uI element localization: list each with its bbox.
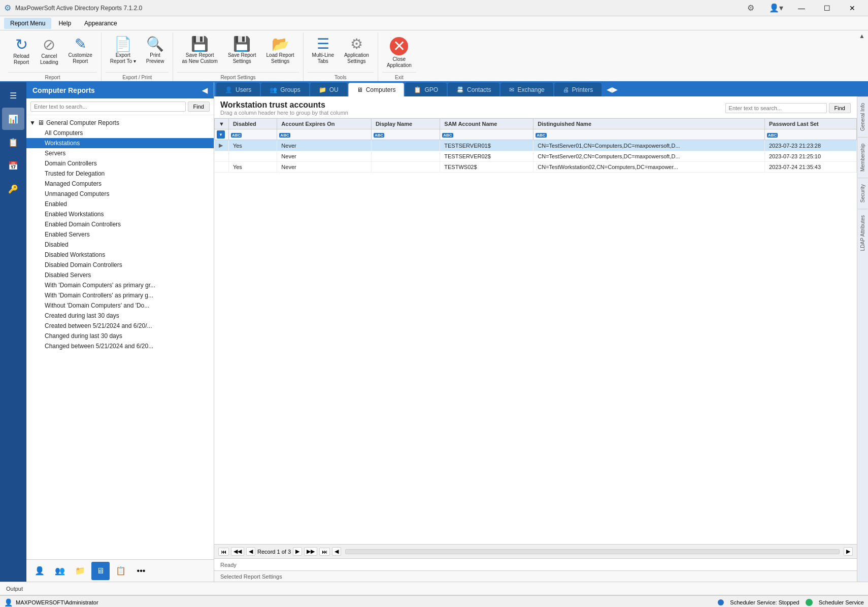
nav-key-btn[interactable]: 🔑 [2, 178, 24, 200]
tree-item-domain-primary-gr[interactable]: With 'Domain Computers' as primary gr... [26, 280, 214, 290]
page-scroll-right-btn[interactable]: ▶ [844, 547, 853, 556]
multiline-tabs-btn[interactable]: ☰ Multi-LineTabs [308, 35, 339, 67]
window-close-btn[interactable]: ✕ [841, 0, 864, 16]
filter-pwd-cell[interactable]: ABC [764, 129, 856, 140]
side-tab-security[interactable]: Security [858, 178, 867, 209]
tree-root-item[interactable]: ▼ 🖥 General Computer Reports [26, 117, 214, 128]
page-next-btn[interactable]: ▶ [293, 547, 302, 556]
tab-exchange[interactable]: ✉ Exchange [500, 83, 553, 96]
tree-item-without-domain[interactable]: Without 'Domain Computers' and 'Do... [26, 300, 214, 311]
nav-groups-btn[interactable]: 👥 [51, 562, 69, 580]
tree-item-disabled-workstations[interactable]: Disabled Workstations [26, 250, 214, 260]
maximize-btn[interactable]: ☐ [815, 0, 839, 16]
report-find-btn[interactable]: Find [829, 103, 851, 113]
tree-item-servers[interactable]: Servers [26, 148, 214, 158]
tab-gpo[interactable]: 📋 GPO [405, 83, 447, 96]
menu-appearance[interactable]: Appearance [78, 18, 123, 29]
page-last-btn[interactable]: ⏭ [319, 548, 330, 556]
nav-hamburger-btn[interactable]: ☰ [2, 84, 24, 107]
nav-computers-btn[interactable]: 🖥 [91, 562, 110, 580]
menu-report[interactable]: Report Menu [4, 18, 51, 29]
row2-expand[interactable] [215, 151, 229, 162]
filter-display-cell[interactable]: ABC [371, 129, 440, 140]
export-report-btn[interactable]: 📄 ExportReport To ▾ [106, 35, 141, 67]
tree-item-enabled-domain-controllers[interactable]: Enabled Domain Controllers [26, 219, 214, 229]
page-nextnext-btn[interactable]: ▶▶ [304, 547, 317, 556]
nav-dashboard-btn[interactable]: 📊 [2, 108, 24, 130]
table-row[interactable]: ▶ Yes Never TESTSERVER01$ CN=TestServer0… [215, 140, 857, 151]
tab-printers[interactable]: 🖨 Printers [554, 83, 602, 96]
tree-item-all-computers[interactable]: All Computers [26, 128, 214, 138]
minimize-btn[interactable]: — [790, 0, 813, 16]
filter-expires-cell[interactable]: ABC [277, 129, 372, 140]
col-distinguished-name[interactable]: Distinguished Name [533, 119, 765, 129]
tab-ou[interactable]: 📁 OU [310, 83, 347, 96]
reload-report-btn[interactable]: ↻ ReloadReport [8, 35, 35, 68]
user-btn[interactable]: 👤▾ [764, 0, 788, 16]
print-preview-btn[interactable]: 🔍 PrintPreview [142, 35, 169, 67]
nav-more-btn[interactable]: ••• [132, 562, 150, 580]
page-first-btn[interactable]: ⏮ [218, 548, 229, 556]
side-tab-membership[interactable]: Membership [858, 137, 867, 178]
tree-item-created-30days[interactable]: Created during last 30 days [26, 311, 214, 321]
nav-users-btn[interactable]: 👤 [30, 562, 49, 580]
side-tab-ldap[interactable]: LDAP Attributes [858, 209, 867, 257]
tree-item-disabled[interactable]: Disabled [26, 240, 214, 250]
page-prev-btn[interactable]: ◀ [246, 547, 255, 556]
ribbon-collapse-btn[interactable]: ▲ [859, 32, 865, 40]
tree-item-enabled-servers[interactable]: Enabled Servers [26, 229, 214, 240]
grid-container[interactable]: ▼ Disabled Account Expires On Display Na… [214, 118, 857, 544]
table-row[interactable]: Yes Never TESTWS02$ CN=TestWorkstation02… [215, 162, 857, 173]
save-new-custom-btn[interactable]: 💾 Save Reportas New Custom [177, 35, 222, 67]
tree-item-unmanaged-computers[interactable]: Unmanaged Computers [26, 189, 214, 199]
tree-item-changed-between[interactable]: Changed between 5/21/2024 and 6/20... [26, 341, 214, 351]
save-settings-btn[interactable]: 💾 Save ReportSettings [223, 35, 261, 67]
tree-item-created-between[interactable]: Created between 5/21/2024 and 6/20/... [26, 321, 214, 331]
col-filter-toggle[interactable]: ▼ [215, 119, 229, 129]
tree-item-disabled-servers[interactable]: Disabled Servers [26, 270, 214, 280]
tab-contacts[interactable]: 📇 Contacts [448, 83, 499, 96]
nav-gpo-btn[interactable]: 📋 [112, 562, 130, 580]
tree-item-dc-primary-gr[interactable]: With 'Domain Controllers' as primary g..… [26, 290, 214, 300]
tree-item-disabled-domain-controllers[interactable]: Disabled Domain Controllers [26, 260, 214, 270]
table-row[interactable]: Never TESTSERVER02$ CN=TestServer02,CN=C… [215, 151, 857, 162]
page-scroll-left-btn[interactable]: ◀ [332, 547, 341, 556]
tree-item-enabled[interactable]: Enabled [26, 199, 214, 209]
collapse-panel-btn[interactable]: ◀ [202, 86, 208, 94]
filter-sam-cell[interactable]: ABC [440, 129, 533, 140]
customize-report-btn[interactable]: ✎ CustomizeReport [64, 35, 97, 67]
col-account-expires[interactable]: Account Expires On [277, 119, 372, 129]
nav-calendar-btn[interactable]: 📅 [2, 154, 24, 177]
sidebar-find-btn[interactable]: Find [188, 102, 210, 112]
settings-btn[interactable]: ⚙ [739, 0, 762, 16]
tab-computers[interactable]: 🖥 Computers [348, 83, 405, 96]
horizontal-scrollbar[interactable] [345, 549, 840, 554]
menu-help[interactable]: Help [52, 18, 77, 29]
tree-item-managed-computers[interactable]: Managed Computers [26, 179, 214, 189]
filter-dn-cell[interactable]: ABC [533, 129, 765, 140]
col-sam-account[interactable]: SAM Account Name [440, 119, 533, 129]
filter-toggle-cell[interactable]: ▼ [215, 129, 229, 140]
tree-item-trusted-delegation[interactable]: Trusted for Delegation [26, 168, 214, 179]
load-settings-btn[interactable]: 📂 Load ReportSettings [262, 35, 299, 67]
row3-expand[interactable] [215, 162, 229, 173]
side-tab-general-info[interactable]: General Info [858, 96, 867, 137]
report-search-input[interactable] [725, 103, 827, 113]
app-settings-btn[interactable]: ⚙ ApplicationSettings [340, 35, 374, 67]
tab-more-btn[interactable]: ◀▶ [603, 82, 622, 96]
tab-groups[interactable]: 👥 Groups [261, 83, 309, 96]
tree-item-domain-controllers[interactable]: Domain Controllers [26, 158, 214, 168]
nav-reports-btn[interactable]: 📋 [2, 131, 24, 153]
tree-item-workstations[interactable]: Workstations [26, 138, 214, 148]
filter-disabled-cell[interactable]: ABC [228, 129, 277, 140]
cancel-loading-btn[interactable]: ⊘ CancelLoading [36, 35, 63, 68]
tree-item-changed-30days[interactable]: Changed during last 30 days [26, 331, 214, 341]
page-prevprev-btn[interactable]: ◀◀ [231, 547, 244, 556]
col-password-last-set[interactable]: Password Last Set [764, 119, 856, 129]
col-disabled[interactable]: Disabled [228, 119, 277, 129]
nav-ou-btn[interactable]: 📁 [71, 562, 89, 580]
sidebar-search-input[interactable] [30, 102, 186, 112]
tree-item-enabled-workstations[interactable]: Enabled Workstations [26, 209, 214, 219]
row1-expand[interactable]: ▶ [215, 140, 229, 151]
tab-users[interactable]: 👤 Users [216, 83, 260, 96]
